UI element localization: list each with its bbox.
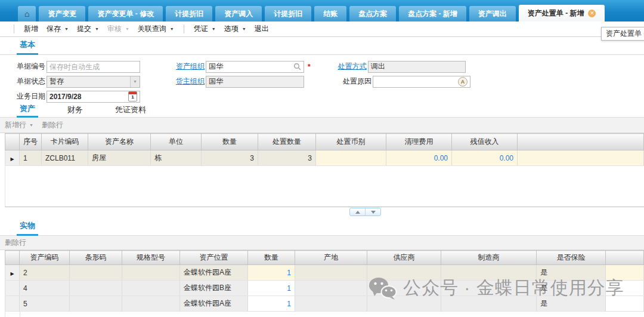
cell-location[interactable]: 金蝶软件园A座 — [180, 265, 248, 281]
cell-insured[interactable]: 是 — [537, 265, 606, 281]
cell-insured[interactable]: 是 — [537, 281, 606, 296]
col-disposal-qty-header[interactable]: 处置数量 — [258, 134, 316, 150]
cell-origin[interactable] — [295, 265, 367, 281]
cell-barcode[interactable] — [70, 296, 122, 312]
tab-home[interactable]: ⌂ — [18, 6, 36, 21]
col-residual-income-header[interactable]: 残值收入 — [452, 134, 518, 150]
cell-barcode[interactable] — [70, 265, 122, 281]
cell-card-no[interactable]: ZCLB011 — [42, 150, 88, 166]
tab-depreciation-2[interactable]: 计提折旧 — [265, 6, 311, 21]
tab-asset-change-edit[interactable]: 资产变更单 - 修改 — [88, 6, 163, 21]
cell-supplier[interactable] — [367, 265, 441, 281]
dropdown-caret-icon[interactable]: ▼ — [242, 27, 246, 31]
cell-residual-income[interactable]: 0.00 — [452, 150, 518, 166]
tab-asset-change[interactable]: 资产变更 — [39, 6, 85, 21]
subtab-voucher-info[interactable]: 凭证资料 — [112, 104, 149, 117]
tab-quick-menu[interactable]: 资产处置单 - — [601, 27, 644, 41]
col-qty-header[interactable]: 数量 — [202, 134, 258, 150]
delete-row-button[interactable]: 删除行 — [42, 120, 63, 130]
cell-currency[interactable] — [316, 150, 386, 166]
tab-asset-disposal-new-active[interactable]: 资产处置单 - 新增 ✕ — [519, 5, 605, 21]
cell-seq[interactable]: 1 — [20, 150, 42, 166]
asset-grid-row-1[interactable]: ▶ 1 ZCLB011 房屋 栋 3 3 0.00 0.00 — [5, 150, 644, 166]
cell-qty[interactable]: 1 — [248, 281, 295, 296]
col-asset-name-header[interactable]: 资产名称 — [88, 134, 151, 150]
options-button[interactable]: 选项▼ — [224, 24, 246, 34]
col-unit-header[interactable]: 单位 — [151, 134, 202, 150]
tab-asset-transfer-out[interactable]: 资产调出 — [469, 6, 516, 21]
tab-inventory-plan[interactable]: 盘点方案 — [349, 6, 396, 21]
cell-qty[interactable]: 1 — [248, 296, 295, 312]
cell-model[interactable] — [122, 281, 180, 296]
row-indicator-cell[interactable]: ▶ — [5, 265, 20, 281]
add-row-button[interactable]: 新增行▼ — [5, 120, 38, 130]
tab-depreciation-1[interactable]: 计提折旧 — [166, 6, 212, 21]
audit-button[interactable]: 审核▼ — [107, 24, 129, 34]
disposal-mode-link-label[interactable]: 处置方式 — [338, 61, 367, 72]
cell-asset-code[interactable]: 2 — [20, 265, 70, 281]
dropdown-caret-icon[interactable]: ▼ — [125, 27, 129, 31]
col-location-header[interactable]: 资产位置 — [180, 251, 248, 265]
cell-model[interactable] — [122, 296, 180, 312]
cell-qty[interactable]: 3 — [202, 150, 258, 166]
asset-org-link-label[interactable]: 资产组织 — [176, 61, 205, 72]
multilingual-icon[interactable]: A — [458, 77, 467, 87]
col-cleanup-fee-header[interactable]: 清理费用 — [386, 134, 452, 150]
col-origin-header[interactable]: 产地 — [295, 251, 367, 265]
related-query-button[interactable]: 关联查询▼ — [138, 24, 174, 34]
tab-inventory-plan-new[interactable]: 盘点方案 - 新增 — [399, 6, 466, 21]
cell-insured[interactable]: 是 — [537, 296, 606, 312]
new-button[interactable]: 新增 — [24, 24, 38, 34]
biz-date-field[interactable] — [47, 91, 140, 103]
col-seq-header[interactable]: 序号 — [20, 134, 42, 150]
col-manufacturer-header[interactable]: 制造商 — [441, 251, 537, 265]
cell-asset-code[interactable]: 5 — [20, 296, 70, 312]
bill-no-input[interactable] — [49, 63, 137, 71]
save-button[interactable]: 保存▼ — [47, 24, 69, 34]
cell-location[interactable]: 金蝶软件园A座 — [180, 296, 248, 312]
physical-grid-row-2[interactable]: 4 金蝶软件园B座 1 是 — [5, 281, 644, 296]
col-model-header[interactable]: 规格型号 — [122, 251, 180, 265]
expand-down-button[interactable] — [365, 208, 380, 216]
col-currency-header[interactable]: 处置币别 — [316, 134, 386, 150]
row-indicator-cell[interactable] — [5, 296, 20, 312]
subtab-finance[interactable]: 财务 — [64, 104, 86, 117]
search-icon[interactable] — [293, 63, 301, 70]
delete-row-button-2[interactable]: 删除行 — [5, 238, 26, 248]
dropdown-caret-icon[interactable]: ▼ — [95, 27, 99, 31]
tab-closing[interactable]: 结账 — [314, 6, 346, 21]
col-barcode-header[interactable]: 条形码 — [70, 251, 122, 265]
cell-manufacturer[interactable] — [441, 265, 537, 281]
row-indicator-cell[interactable]: ▶ — [5, 150, 20, 166]
cell-model[interactable] — [122, 265, 180, 281]
submit-button[interactable]: 提交▼ — [77, 24, 99, 34]
exit-button[interactable]: 退出 — [255, 24, 269, 34]
dropdown-caret-icon[interactable]: ▼ — [29, 123, 33, 127]
cell-origin[interactable] — [295, 281, 367, 296]
cell-qty[interactable]: 1 — [248, 265, 295, 281]
col-asset-code-header[interactable]: 资产编码 — [20, 251, 70, 265]
cell-manufacturer[interactable] — [441, 296, 537, 312]
cell-origin[interactable] — [295, 296, 367, 312]
cell-disposal-qty[interactable]: 3 — [258, 150, 316, 166]
dropdown-caret-icon[interactable]: ▼ — [170, 27, 174, 31]
owner-org-link-label[interactable]: 货主组织 — [176, 76, 205, 87]
cell-manufacturer[interactable] — [441, 281, 537, 296]
collapse-up-button[interactable] — [350, 208, 365, 216]
tab-asset-transfer-in[interactable]: 资产调入 — [215, 6, 262, 21]
row-indicator-cell[interactable] — [5, 281, 20, 296]
disposal-reason-field[interactable]: A — [373, 76, 470, 88]
biz-date-input[interactable] — [49, 93, 128, 101]
calendar-icon[interactable] — [128, 91, 137, 101]
physical-grid-row-3[interactable]: 5 金蝶软件园A座 1 是 — [5, 296, 644, 312]
asset-org-input[interactable] — [209, 63, 293, 71]
physical-grid-row-1[interactable]: ▶ 2 金蝶软件园A座 1 是 — [5, 265, 644, 281]
close-tab-icon[interactable]: ✕ — [588, 10, 596, 17]
bill-no-field[interactable] — [47, 61, 140, 73]
voucher-button[interactable]: 凭证▼ — [194, 24, 216, 34]
cell-asset-code[interactable]: 4 — [20, 281, 70, 296]
col-card-no-header[interactable]: 卡片编码 — [42, 134, 88, 150]
asset-org-field[interactable] — [206, 61, 304, 73]
col-qty-header[interactable]: 数量 — [248, 251, 295, 265]
cell-supplier[interactable] — [367, 296, 441, 312]
